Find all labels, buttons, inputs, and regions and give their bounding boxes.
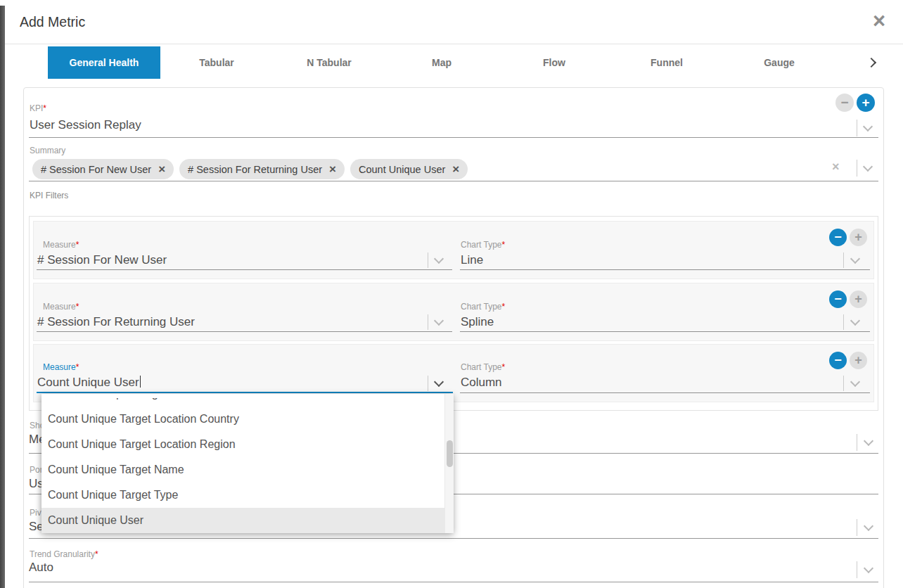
dropdown-item[interactable]: Count Unique Target Location Region — [41, 432, 454, 457]
measure-label: Measure* — [43, 240, 79, 250]
kpi-separator — [857, 120, 857, 136]
tab-funnel[interactable]: Funnel — [610, 46, 723, 79]
chart-type-value[interactable]: Spline — [461, 315, 494, 329]
chart-type-underline — [460, 392, 870, 393]
text-cursor — [140, 376, 141, 388]
show-as-separator — [857, 434, 857, 451]
kpi-value[interactable]: User Session Replay — [30, 118, 141, 132]
chart-type-separator — [843, 314, 844, 330]
tab-bar: General HealthTabularN TabularMapFlowFun… — [48, 46, 835, 79]
pivot-underline — [29, 538, 878, 539]
chip-remove-icon[interactable]: × — [329, 162, 336, 177]
tabs-more-icon[interactable] — [866, 58, 876, 68]
measure-value[interactable]: # Session For New User — [37, 253, 167, 267]
kpi-label: KPI* — [30, 103, 46, 113]
tab-tabular[interactable]: Tabular — [160, 46, 273, 79]
summary-clear-icon[interactable]: × — [832, 160, 840, 174]
measure-value[interactable]: # Session For Returning User — [37, 315, 195, 329]
chart-type-value[interactable]: Line — [461, 253, 483, 267]
measure-row — [33, 283, 874, 341]
dropdown-item[interactable]: Count Unique Target Type — [41, 482, 454, 508]
measure-separator — [428, 376, 428, 391]
modal-title: Add Metric — [20, 14, 85, 30]
chart-type-underline — [460, 269, 870, 270]
dropdown-item-partial[interactable]: Count Unique Target Host — [41, 394, 454, 407]
remove-measure-button[interactable]: − — [829, 290, 847, 308]
close-icon[interactable]: × — [873, 8, 885, 34]
measure-underline-focused — [37, 392, 453, 393]
backdrop-strip — [0, 6, 5, 588]
tab-map[interactable]: Map — [385, 46, 498, 79]
tab-gauge[interactable]: Gauge — [723, 46, 835, 79]
add-measure-button[interactable]: + — [850, 229, 867, 246]
kpi-add-button[interactable]: + — [857, 94, 875, 112]
pivot-label: Piv — [30, 508, 41, 518]
trend-granularity-label: Trend Granularity* — [30, 549, 98, 559]
kpi-remove-button[interactable]: − — [835, 94, 854, 112]
trend-granularity-underline — [29, 582, 878, 582]
chart-type-underline — [460, 331, 870, 332]
measure-separator — [428, 253, 428, 268]
measure-label: Measure* — [43, 362, 79, 372]
measure-separator — [428, 314, 428, 330]
measure-underline — [37, 331, 452, 332]
tab-n-tabular[interactable]: N Tabular — [273, 46, 385, 79]
chip-remove-icon[interactable]: × — [158, 162, 165, 177]
portfolio-label: Por — [30, 465, 43, 475]
dropdown-item[interactable]: Count Unique Target Name — [41, 457, 454, 482]
remove-measure-button[interactable]: − — [829, 352, 847, 369]
chart-type-value[interactable]: Column — [461, 376, 502, 390]
tab-flow[interactable]: Flow — [498, 46, 610, 79]
summary-underline — [29, 181, 878, 181]
pivot-separator — [857, 519, 857, 536]
chart-type-separator — [843, 253, 844, 268]
chart-type-label: Chart Type* — [461, 302, 505, 312]
summary-separator — [857, 160, 857, 177]
dropdown-scrollbar-thumb[interactable] — [447, 440, 453, 467]
summary-chip[interactable]: Count Unique User× — [350, 159, 468, 179]
kpi-underline — [29, 137, 878, 138]
measure-label: Measure* — [43, 302, 79, 312]
chip-remove-icon[interactable]: × — [452, 162, 459, 177]
measure-value[interactable]: Count Unique User — [37, 376, 141, 390]
chart-type-label: Chart Type* — [461, 362, 505, 372]
chart-type-separator — [843, 376, 844, 391]
chart-type-label: Chart Type* — [461, 240, 505, 250]
trend-granularity-value[interactable]: Auto — [29, 561, 53, 575]
summary-label: Summary — [30, 146, 65, 155]
measure-dropdown: Count Unique Target Host Count Unique Ta… — [41, 394, 454, 533]
dropdown-item[interactable]: Count Unique Target Location Country — [41, 407, 454, 432]
header-divider — [5, 44, 903, 44]
remove-measure-button[interactable]: − — [829, 229, 847, 246]
dropdown-item-highlighted[interactable]: Count Unique User — [41, 508, 454, 533]
summary-chip[interactable]: # Session For New User× — [32, 159, 174, 179]
summary-chips: # Session For New User× # Session For Re… — [32, 159, 468, 179]
add-measure-button[interactable]: + — [850, 352, 867, 369]
tab-general-health[interactable]: General Health — [48, 46, 160, 79]
kpi-filters-label: KPI Filters — [30, 191, 68, 200]
trend-granularity-separator — [857, 561, 857, 578]
add-measure-button[interactable]: + — [850, 290, 867, 308]
measure-row — [33, 221, 874, 279]
summary-chip[interactable]: # Session For Returning User× — [179, 159, 345, 179]
measure-underline — [37, 269, 452, 270]
dropdown-scrollbar[interactable] — [444, 394, 454, 533]
